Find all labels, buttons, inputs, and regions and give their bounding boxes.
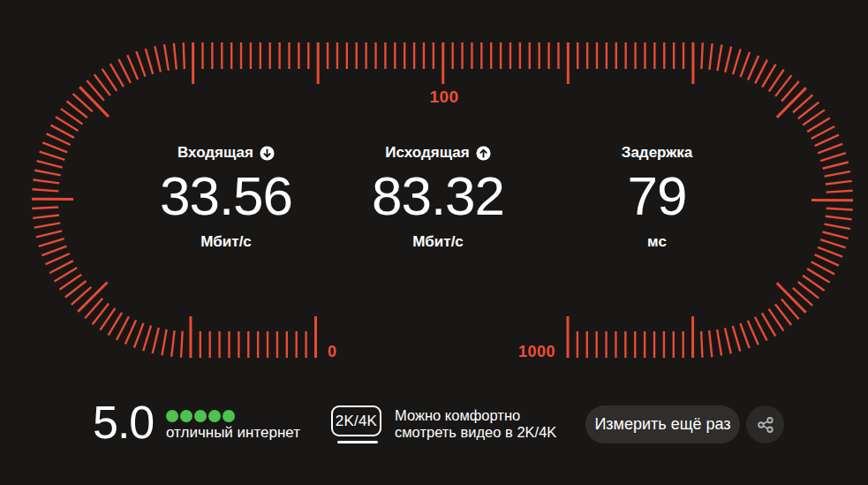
rating-dot [208,410,221,422]
download-value: 33.56 [129,171,323,222]
tv-badge-label: 2K/4K [336,413,377,430]
rating-dot [166,410,178,422]
share-button[interactable] [746,405,784,443]
download-arrow-circle-icon [260,146,275,161]
gauge-scale-start: 0 [328,344,337,360]
rating-dot [223,410,235,422]
metric-download-label: Входящая [177,143,253,163]
upload-arrow-circle-icon [476,146,491,161]
gauge-scale-middle: 100 [429,89,458,105]
metric-upload-label: Исходящая [385,143,469,163]
rating-dot [180,410,192,422]
rating-dot [194,410,207,422]
share-icon [756,415,775,435]
quality-score: 5.0 [93,399,154,445]
metric-download: Входящая 33.56 Мбит/с [129,143,323,251]
tv-stand-line [337,441,378,443]
metric-latency: Задержка 79 мс [560,143,754,251]
quality-rating-dots [166,410,235,422]
speedtest-panel: 0 100 1000 Входящая 33.56 Мбит/с Исходящ… [0,0,868,485]
quality-description: Можно комфортно смотреть видео в 2K/4K [395,407,556,440]
download-unit: Мбит/с [129,233,323,251]
metric-latency-label: Задержка [622,143,693,163]
upload-value: 83.32 [341,171,535,222]
latency-unit: мс [560,233,754,251]
measure-again-label: Измерить ещё раз [594,415,730,434]
upload-unit: Мбит/с [341,233,535,251]
quality-verdict: отличный интернет [166,424,300,442]
gauge-scale-end: 1000 [518,344,555,360]
metric-upload: Исходящая 83.32 Мбит/с [341,143,535,251]
measure-again-button[interactable]: Измерить ещё раз [585,405,740,443]
tv-2k4k-icon: 2K/4K [331,405,381,436]
latency-value: 79 [560,171,754,222]
